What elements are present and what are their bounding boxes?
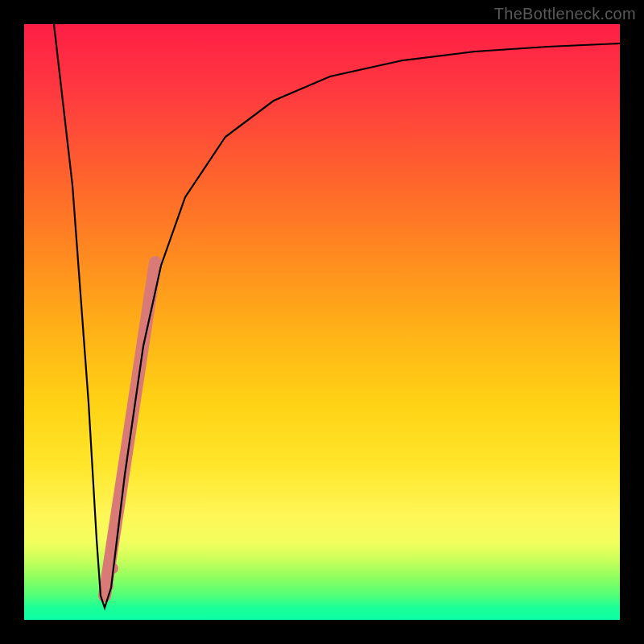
svg-point-2 bbox=[107, 563, 118, 574]
curve-layer bbox=[24, 24, 620, 620]
bottleneck-curve bbox=[54, 24, 620, 608]
svg-line-0 bbox=[105, 262, 155, 596]
svg-point-1 bbox=[102, 580, 114, 592]
watermark-text: TheBottleneck.com bbox=[494, 5, 636, 23]
plot-area bbox=[24, 24, 620, 620]
chart-frame: TheBottleneck.com bbox=[0, 0, 644, 644]
highlight-segment bbox=[102, 262, 155, 596]
